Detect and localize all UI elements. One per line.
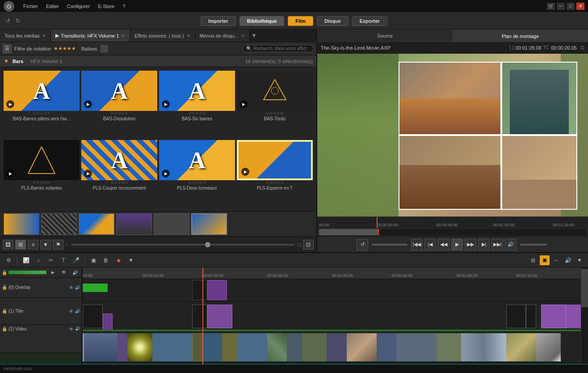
- search-box[interactable]: 🔍: [242, 45, 314, 52]
- clip-video-10[interactable]: [287, 333, 302, 361]
- menu-estore[interactable]: E-Store: [94, 3, 118, 10]
- lock-overlay-icon[interactable]: 🔒: [2, 285, 7, 290]
- loop-button[interactable]: ↺: [357, 239, 368, 250]
- clip-title-8[interactable]: [566, 305, 581, 329]
- master-play-icon[interactable]: ▶: [48, 267, 58, 277]
- scissors-icon[interactable]: ✂: [46, 255, 56, 265]
- search-input[interactable]: [253, 46, 307, 51]
- filter-icon[interactable]: ☰: [3, 44, 12, 53]
- clip-video-15[interactable]: [396, 333, 436, 361]
- clip-video-4[interactable]: [152, 333, 192, 361]
- visibility-video-icon[interactable]: 👁: [69, 326, 74, 332]
- lock-title-icon[interactable]: 🔒: [2, 309, 7, 314]
- clip-title-3[interactable]: [192, 305, 207, 329]
- preview-thumb-item[interactable]: [79, 213, 114, 235]
- clip-title-6[interactable]: [526, 305, 536, 329]
- delete-icon[interactable]: 🗑: [101, 255, 111, 265]
- list-item[interactable]: A ▶ ☆☆☆☆☆ BAS-Dissolution: [81, 71, 157, 138]
- disque-button[interactable]: Disque: [317, 16, 349, 26]
- preview-thumb-item[interactable]: [116, 213, 152, 235]
- tag-button[interactable]: ⚑: [53, 240, 63, 250]
- jog-slider[interactable]: [372, 244, 407, 246]
- preview-thumb-item[interactable]: [41, 213, 77, 235]
- active-tool-icon[interactable]: ▣: [540, 255, 550, 265]
- goto-start-button[interactable]: |◀◀: [411, 239, 423, 250]
- tool2-icon[interactable]: ↔: [551, 255, 561, 265]
- menu-editer[interactable]: Editer: [42, 3, 63, 10]
- cart-button[interactable]: 🛒: [547, 3, 555, 10]
- music-icon[interactable]: ♪: [34, 255, 43, 265]
- tab-effets[interactable]: Effets sonores: ( tous ) ✕: [130, 30, 195, 42]
- montage-tab[interactable]: Plan de montage: [453, 30, 588, 42]
- importer-button[interactable]: Importer: [201, 16, 236, 26]
- clip-video-14[interactable]: [377, 333, 397, 361]
- timeline-vscroll[interactable]: [581, 267, 588, 364]
- undo-button[interactable]: ↺: [4, 17, 12, 25]
- list-view-button[interactable]: ≡: [28, 240, 38, 250]
- fast-forward-button[interactable]: ▶▶: [465, 239, 476, 250]
- vscroll-thumb[interactable]: [581, 269, 588, 307]
- timeline-content[interactable]: 00:00 00:00:10.00 00:00:20.00 00:00:30.0…: [83, 267, 581, 364]
- clip-title-4[interactable]: [207, 305, 232, 329]
- master-eye-icon[interactable]: 👁: [59, 267, 69, 277]
- master-lock-icon[interactable]: 🔒: [2, 270, 7, 275]
- goto-end-button[interactable]: ▶▶|: [491, 239, 503, 250]
- clip-video-13[interactable]: [347, 333, 377, 361]
- clip-video-5[interactable]: [192, 333, 202, 361]
- preview-thumb-item[interactable]: [154, 213, 189, 235]
- expand-button[interactable]: ⊡: [303, 240, 314, 250]
- grid-view-button[interactable]: ⊞: [15, 240, 26, 250]
- marker-icon[interactable]: ◆: [113, 255, 123, 265]
- tab-transitions[interactable]: ▶ Transitions: HFX Volume 1 ✕: [51, 30, 130, 42]
- close-button[interactable]: ✕: [576, 3, 584, 10]
- restore-button[interactable]: □: [567, 3, 575, 10]
- tab-close-3[interactable]: ✕: [241, 34, 245, 38]
- source-tab[interactable]: Source: [317, 30, 453, 42]
- clip-video-16[interactable]: [437, 333, 462, 361]
- clip-video-3[interactable]: [127, 333, 152, 361]
- rewind-button[interactable]: ◀◀: [438, 239, 449, 250]
- list-item[interactable]: ▶ ☆☆☆☆☆ BAS-Tordu: [237, 71, 313, 138]
- menu-configurer[interactable]: Configurer: [63, 3, 93, 10]
- clip-title-7[interactable]: [541, 305, 566, 329]
- visibility-title-icon[interactable]: 👁: [69, 309, 74, 314]
- library-view-icon[interactable]: 🖼: [3, 240, 13, 250]
- list-item[interactable]: A ▶ ☆☆☆☆☆ BAS-Six barres: [159, 71, 235, 138]
- tab-close-0[interactable]: ✕: [42, 34, 46, 38]
- clip-video-9[interactable]: [267, 333, 287, 361]
- text-icon[interactable]: T: [59, 255, 68, 265]
- audio-title-icon[interactable]: 🔊: [75, 309, 80, 314]
- audio-video-icon[interactable]: 🔊: [75, 326, 80, 331]
- clip-video-11[interactable]: [302, 333, 327, 361]
- section-expand-icon[interactable]: ▼: [4, 58, 9, 64]
- balises-icon[interactable]: [101, 45, 108, 52]
- audio-icon[interactable]: 🔊: [563, 255, 573, 265]
- sort-button[interactable]: ▼: [40, 240, 51, 250]
- clip-video-1[interactable]: [83, 333, 118, 361]
- clip-video-2[interactable]: [118, 333, 127, 361]
- clip-video-7[interactable]: [222, 333, 237, 361]
- clip-overlay-2[interactable]: [192, 280, 207, 300]
- menu-help[interactable]: ?: [119, 3, 129, 10]
- clip-title-2[interactable]: [103, 314, 113, 331]
- play-button[interactable]: ▶: [451, 239, 463, 250]
- tabs-more-button[interactable]: ▼: [250, 30, 259, 42]
- volume-slider[interactable]: [520, 244, 547, 246]
- film-button[interactable]: Film: [288, 16, 313, 26]
- clip-video-6[interactable]: [202, 333, 223, 361]
- arrow-down-icon[interactable]: ▼: [575, 255, 584, 265]
- tab-close-1[interactable]: ✕: [122, 34, 125, 38]
- clip-overlay-3[interactable]: [207, 280, 227, 300]
- master-vol-icon[interactable]: 🔊: [70, 267, 80, 277]
- list-item[interactable]: ▶ ☆☆☆☆☆ PLS-Barres volantes: [4, 140, 80, 208]
- tab-tous-medias[interactable]: Tous les médias ✕: [0, 30, 51, 42]
- menu-fichier[interactable]: Fichier: [20, 3, 42, 10]
- mic-icon[interactable]: 🎤: [71, 255, 81, 265]
- tab-menus[interactable]: Menus de disqu... ✕: [195, 30, 250, 42]
- clip-video-19[interactable]: [536, 333, 561, 361]
- clip-video-12[interactable]: [327, 333, 347, 361]
- lock-video-icon[interactable]: 🔒: [2, 326, 7, 331]
- volume-button[interactable]: 🔊: [505, 239, 517, 250]
- redo-button[interactable]: ↻: [14, 17, 22, 25]
- list-item[interactable]: A ▶ ☆☆☆☆☆ PLS-Deux tonneaux: [159, 140, 235, 208]
